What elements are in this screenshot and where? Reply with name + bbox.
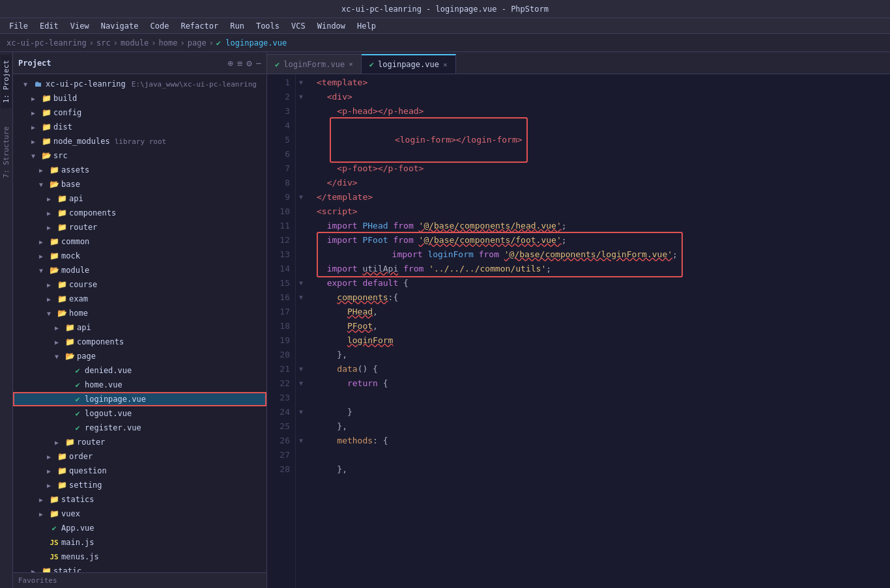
tree-loginpage[interactable]: ▶ ✔ loginpage.vue	[13, 392, 266, 406]
tree-logout[interactable]: ▶ ✔ logout.vue	[13, 406, 266, 421]
folder-icon: 📁	[49, 251, 59, 260]
side-tab-structure[interactable]: 7: Structure	[1, 121, 12, 183]
tree-static[interactable]: ▶ 📁 static	[13, 564, 266, 572]
code-line-3: <p-head></p-head>	[317, 104, 890, 119]
tree-vuex[interactable]: ▶ 📁 vuex	[13, 507, 266, 521]
tree-module[interactable]: ▼ 📂 module	[13, 263, 266, 277]
tree-base-api[interactable]: ▶ 📁 api	[13, 191, 266, 206]
tree-setting[interactable]: ▶ 📁 setting	[13, 478, 266, 492]
tree-base[interactable]: ▼ 📂 base	[13, 177, 266, 191]
tree-label: exam	[69, 294, 88, 303]
tree-course[interactable]: ▶ 📁 course	[13, 277, 266, 292]
vue-icon: ✔	[72, 366, 83, 375]
code-line-23	[317, 391, 890, 405]
tree-home-page[interactable]: ▼ 📂 page	[13, 349, 266, 363]
tab-loginform[interactable]: ✔ loginForm.vue ×	[267, 54, 362, 74]
menubar-item-window[interactable]: Window	[312, 20, 351, 32]
breadcrumb-src[interactable]: src	[96, 38, 111, 48]
menubar-item-file[interactable]: File	[4, 20, 33, 32]
folder-icon: 📁	[49, 495, 59, 504]
tree-label: module	[61, 266, 89, 275]
folder-icon: 📁	[57, 194, 67, 203]
tree-exam[interactable]: ▶ 📁 exam	[13, 292, 266, 306]
tree-root[interactable]: ▼ 🖿 xc-ui-pc-leanring E:\java_www\xc-ui-…	[13, 77, 266, 91]
tree-mock[interactable]: ▶ 📁 mock	[13, 249, 266, 263]
breadcrumb-module[interactable]: module	[121, 38, 149, 48]
code-line-27	[317, 448, 890, 462]
code-line-5: <login-form></login-form>	[317, 133, 890, 147]
tree-label: home.vue	[85, 380, 122, 389]
folder-icon: 📁	[49, 237, 59, 246]
menubar-item-navigate[interactable]: Navigate	[96, 20, 144, 32]
settings-icon[interactable]: ≡	[237, 58, 242, 68]
add-icon[interactable]: ⊕	[227, 58, 233, 68]
code-line-2: <div>	[317, 90, 890, 104]
tab-close-icon[interactable]: ×	[443, 61, 448, 69]
code-editor[interactable]: 12345 678910 1112131415 1617181920 21222…	[267, 74, 890, 588]
code-line-11: import PHead from '@/base/components/hea…	[317, 219, 890, 233]
tree-assets[interactable]: ▶ 📁 assets	[13, 163, 266, 177]
tree-node-modules[interactable]: ▶ 📁 node_modules library root	[13, 134, 266, 148]
favorites-tab[interactable]: Favorites	[13, 572, 266, 588]
menubar-item-code[interactable]: Code	[145, 20, 175, 32]
menubar-item-vcs[interactable]: VCS	[286, 20, 311, 32]
editor-tabs: ✔ loginForm.vue × ✔ loginpage.vue ×	[267, 52, 890, 74]
file-tree: ▼ 🖿 xc-ui-pc-leanring E:\java_www\xc-ui-…	[13, 74, 266, 572]
titlebar: xc-ui-pc-leanring - loginpage.vue - PhpS…	[0, 0, 890, 18]
tree-label: denied.vue	[85, 366, 132, 375]
folder-icon: 📁	[65, 337, 75, 346]
tree-order[interactable]: ▶ 📁 order	[13, 449, 266, 464]
folder-icon: 📂	[49, 180, 59, 189]
tree-label: common	[61, 237, 89, 246]
menubar-item-edit[interactable]: Edit	[35, 20, 64, 32]
menubar-item-run[interactable]: Run	[225, 20, 250, 32]
tree-build[interactable]: ▶ 📁 build	[13, 91, 266, 105]
tree-config[interactable]: ▶ 📁 config	[13, 105, 266, 120]
tree-dist[interactable]: ▶ 📁 dist	[13, 120, 266, 134]
tree-label: question	[69, 466, 107, 475]
tree-statics[interactable]: ▶ 📁 statics	[13, 492, 266, 507]
tree-home-api[interactable]: ▶ 📁 api	[13, 320, 266, 335]
tree-register[interactable]: ▶ ✔ register.vue	[13, 421, 266, 435]
tree-label: main.js	[61, 538, 94, 547]
tree-common[interactable]: ▶ 📁 common	[13, 234, 266, 249]
tree-base-components[interactable]: ▶ 📁 components	[13, 206, 266, 220]
tree-appvue[interactable]: ▶ ✔ App.vue	[13, 521, 266, 535]
expand-arrow: ▼	[23, 81, 31, 88]
minimize-icon[interactable]: −	[256, 58, 261, 68]
menubar-item-help[interactable]: Help	[352, 20, 381, 32]
menubar-item-refactor[interactable]: Refactor	[175, 20, 223, 32]
breadcrumb-file[interactable]: ✔ loginpage.vue	[216, 38, 287, 48]
tree-base-router[interactable]: ▶ 📁 router	[13, 220, 266, 234]
tree-label: menus.js	[61, 552, 99, 561]
breadcrumb-page[interactable]: page	[188, 38, 207, 48]
tree-home-components[interactable]: ▶ 📁 components	[13, 335, 266, 349]
tree-home[interactable]: ▼ 📂 home	[13, 306, 266, 320]
vue-icon: ✔	[72, 380, 83, 389]
folder-icon: 📁	[49, 509, 59, 518]
tree-label: xc-ui-pc-leanring	[46, 79, 126, 89]
tree-label: api	[69, 194, 83, 203]
tree-denied[interactable]: ▶ ✔ denied.vue	[13, 363, 266, 378]
tree-label: router	[69, 223, 97, 232]
tree-label: components	[69, 208, 116, 217]
menubar-item-tools[interactable]: Tools	[251, 20, 285, 32]
tree-mainjs[interactable]: ▶ JS main.js	[13, 535, 266, 550]
tab-loginpage[interactable]: ✔ loginpage.vue ×	[362, 54, 456, 74]
tree-home-vue[interactable]: ▶ ✔ home.vue	[13, 378, 266, 392]
code-line-25: },	[317, 419, 890, 434]
vue-icon: ✔	[275, 60, 280, 69]
tree-menusjs[interactable]: ▶ JS menus.js	[13, 550, 266, 564]
tree-src[interactable]: ▼ 📂 src	[13, 148, 266, 163]
breadcrumb-project[interactable]: xc-ui-pc-leanring	[7, 38, 87, 48]
vue-icon: ✔	[369, 60, 374, 69]
tree-question[interactable]: ▶ 📁 question	[13, 464, 266, 478]
side-tab-project[interactable]: 1: Project	[1, 55, 12, 108]
tree-home-router[interactable]: ▶ 📁 router	[13, 435, 266, 449]
code-content[interactable]: <template> <div> <p-head></p-head> <logi…	[306, 74, 890, 588]
tab-close-icon[interactable]: ×	[349, 60, 353, 68]
menubar-item-view[interactable]: View	[65, 20, 94, 32]
tree-label: dist	[53, 122, 72, 132]
gear-icon[interactable]: ⚙	[246, 58, 251, 68]
breadcrumb-home[interactable]: home	[159, 38, 178, 48]
